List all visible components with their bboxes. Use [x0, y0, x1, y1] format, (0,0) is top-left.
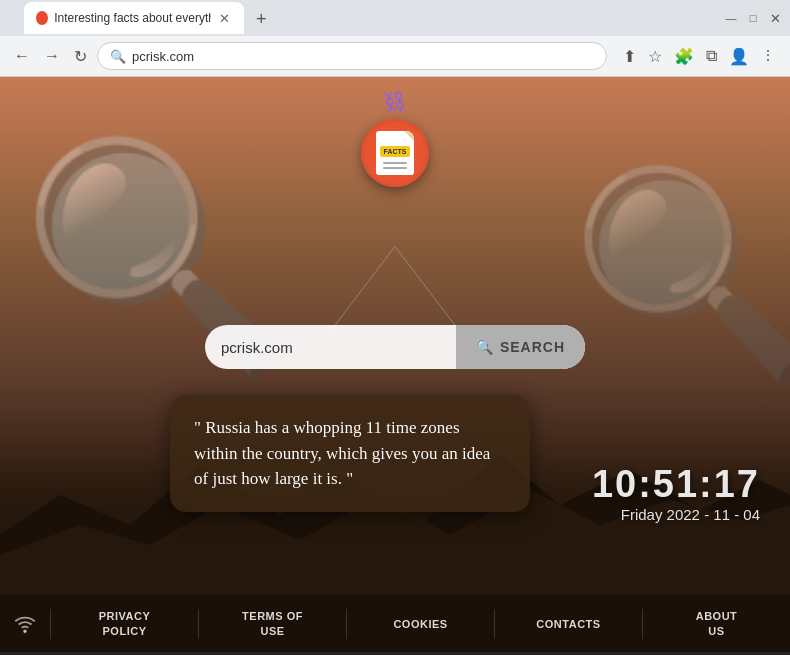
chain-link-icon: ⛓: [382, 87, 408, 116]
search-button-label: SEARCH: [500, 339, 565, 355]
search-input[interactable]: [205, 339, 456, 356]
more-menu-icon[interactable]: ⋮: [757, 43, 780, 70]
reload-button[interactable]: ↻: [70, 43, 91, 70]
search-bar: 🔍 SEARCH: [205, 325, 585, 369]
maximize-button[interactable]: □: [746, 11, 760, 25]
split-view-icon[interactable]: ⧉: [702, 43, 721, 70]
address-bar: ← → ↻ 🔍 ⬆ ☆ 🧩 ⧉ 👤 ⋮: [0, 36, 790, 76]
share-icon[interactable]: ⬆: [619, 43, 640, 70]
footer: PRIVACY POLICY TERMS OF USE COOKIES CONT…: [0, 595, 790, 652]
footer-contacts[interactable]: CONTACTS: [495, 595, 642, 652]
watermark-magnifier-right: 🔍: [570, 157, 790, 392]
facts-label: FACTS: [380, 146, 411, 157]
clock-time: 10:51:17: [592, 463, 760, 506]
doc-line-2: [383, 167, 407, 169]
footer-wifi-icon: [0, 605, 50, 643]
clock-container: 10:51:17 Friday 2022 - 11 - 04: [592, 463, 760, 523]
footer-privacy-policy[interactable]: PRIVACY POLICY: [51, 595, 198, 652]
quote-text: " Russia has a whopping 11 time zones wi…: [194, 418, 490, 488]
search-button-icon: 🔍: [476, 339, 494, 355]
facts-document: FACTS: [376, 131, 414, 175]
tab-bar: Interesting facts about everythin... ✕ +: [16, 2, 724, 34]
title-bar: Interesting facts about everythin... ✕ +…: [0, 0, 790, 36]
tab-favicon: [36, 11, 48, 25]
tab-title: Interesting facts about everythin...: [54, 11, 211, 25]
footer-terms-of-use[interactable]: TERMS OF USE: [199, 595, 346, 652]
back-button[interactable]: ←: [10, 43, 34, 69]
url-input[interactable]: [132, 49, 594, 64]
toolbar-icons: ⬆ ☆ 🧩 ⧉ 👤 ⋮: [619, 43, 780, 70]
doc-line-1: [383, 162, 407, 164]
close-button[interactable]: ✕: [768, 11, 782, 25]
new-tab-button[interactable]: +: [248, 5, 275, 34]
url-box[interactable]: 🔍: [97, 42, 607, 70]
browser-chrome: Interesting facts about everythin... ✕ +…: [0, 0, 790, 77]
profile-icon[interactable]: 👤: [725, 43, 753, 70]
footer-about-us[interactable]: ABOUT US: [643, 595, 790, 652]
search-icon-small: 🔍: [110, 49, 126, 64]
quote-box: " Russia has a whopping 11 time zones wi…: [170, 395, 530, 512]
active-tab[interactable]: Interesting facts about everythin... ✕: [24, 2, 244, 34]
clock-date: Friday 2022 - 11 - 04: [592, 506, 760, 523]
page-content: 🔍 🔍 ⛓ FACTS 🔍 SEARCH: [0, 77, 790, 595]
extension-icon[interactable]: 🧩: [670, 43, 698, 70]
facts-logo-icon: FACTS: [361, 119, 429, 187]
logo-container: ⛓ FACTS: [361, 89, 429, 187]
minimize-button[interactable]: —: [724, 11, 738, 25]
bookmark-icon[interactable]: ☆: [644, 43, 666, 70]
search-container: 🔍 SEARCH: [205, 325, 585, 369]
forward-button[interactable]: →: [40, 43, 64, 69]
search-button[interactable]: 🔍 SEARCH: [456, 325, 585, 369]
footer-cookies[interactable]: COOKIES: [347, 595, 494, 652]
svg-point-4: [24, 630, 26, 632]
tab-close-button[interactable]: ✕: [217, 11, 232, 26]
